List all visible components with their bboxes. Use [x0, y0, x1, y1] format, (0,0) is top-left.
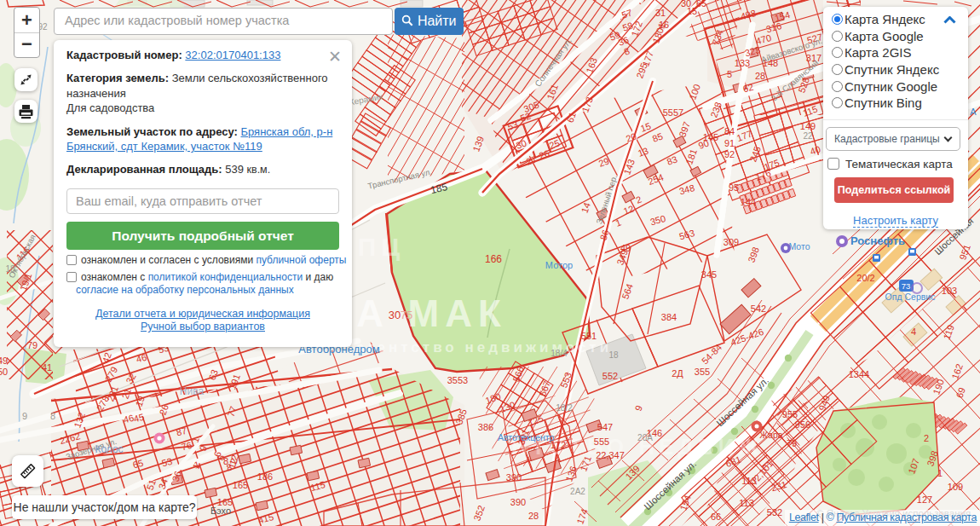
svg-text:390: 390	[506, 472, 522, 483]
svg-text:2А2: 2А2	[570, 487, 585, 496]
svg-text:92: 92	[724, 149, 735, 159]
svg-text:5557: 5557	[663, 107, 683, 118]
svg-text:А: А	[970, 107, 977, 117]
svg-text:18/4: 18/4	[551, 349, 568, 358]
svg-text:22,347: 22,347	[596, 450, 625, 460]
svg-text:542: 542	[751, 303, 766, 314]
svg-text:49: 49	[0, 355, 8, 366]
svg-text:552: 552	[602, 371, 618, 381]
svg-text:65: 65	[696, 0, 706, 9]
svg-text:16: 16	[659, 20, 669, 30]
svg-text:547: 547	[597, 422, 613, 432]
svg-text:31: 31	[655, 8, 666, 18]
svg-text:166: 166	[485, 253, 502, 265]
svg-text:4: 4	[911, 327, 916, 337]
svg-text:8: 8	[50, 411, 55, 421]
svg-text:20/2: 20/2	[856, 273, 874, 283]
svg-text:109: 109	[948, 482, 963, 492]
svg-text:386: 386	[478, 422, 493, 432]
svg-text:Бэхо: Бэхо	[210, 506, 231, 516]
svg-text:91: 91	[724, 138, 735, 148]
svg-text:20А: 20А	[637, 433, 653, 442]
svg-text:113: 113	[739, 498, 754, 508]
svg-text:133: 133	[735, 58, 750, 68]
svg-text:390: 390	[510, 497, 526, 507]
svg-text:2: 2	[924, 433, 929, 443]
svg-text:355: 355	[695, 367, 710, 377]
svg-text:Мотор: Мотор	[545, 260, 573, 270]
svg-text:127: 127	[917, 494, 932, 505]
svg-text:555: 555	[594, 436, 609, 447]
svg-text:41: 41	[42, 362, 52, 373]
svg-text:73: 73	[902, 281, 911, 291]
svg-text:Нива: Нива	[180, 385, 205, 397]
svg-text:9: 9	[22, 411, 27, 421]
svg-text:384: 384	[661, 312, 677, 322]
svg-text:1344: 1344	[849, 369, 869, 379]
svg-text:309: 309	[723, 237, 739, 247]
svg-text:50: 50	[0, 367, 8, 377]
svg-text:Колос: Колос	[95, 443, 123, 455]
svg-text:28: 28	[528, 511, 539, 521]
svg-text:3553: 3553	[447, 375, 468, 385]
svg-text:551: 551	[581, 331, 597, 341]
svg-text:956: 956	[795, 419, 810, 430]
svg-text:Автотехцентр: Автотехцентр	[498, 432, 555, 442]
svg-text:1: 1	[937, 468, 943, 478]
svg-text:79: 79	[27, 340, 37, 350]
svg-text:22: 22	[803, 131, 813, 141]
svg-text:84: 84	[724, 126, 735, 136]
svg-text:144: 144	[741, 197, 756, 207]
svg-text:Опд Сервис: Опд Сервис	[885, 292, 936, 302]
svg-text:165: 165	[233, 480, 248, 490]
svg-text:95: 95	[729, 182, 739, 193]
svg-text:345: 345	[701, 269, 717, 280]
svg-text:186: 186	[257, 471, 273, 482]
svg-text:113: 113	[741, 476, 757, 486]
svg-text:79: 79	[787, 438, 797, 448]
svg-text:145: 145	[703, 132, 718, 142]
svg-text:103: 103	[942, 286, 957, 296]
svg-text:18: 18	[608, 350, 619, 360]
svg-text:66: 66	[711, 512, 721, 522]
svg-text:Жара: Жара	[759, 430, 782, 440]
svg-text:Роснефть: Роснефть	[850, 234, 905, 247]
svg-text:2Д: 2Д	[672, 368, 683, 379]
svg-text:Мото: Мото	[788, 241, 810, 251]
svg-text:532: 532	[767, 507, 782, 517]
svg-text:30: 30	[389, 309, 401, 321]
svg-text:18/2: 18/2	[556, 403, 573, 413]
svg-text:5: 5	[727, 69, 732, 79]
svg-text:955: 955	[782, 409, 798, 419]
svg-text:28: 28	[755, 71, 765, 81]
svg-text:75: 75	[401, 309, 412, 321]
svg-text:агентство недвижимости: агентство недвижимости	[356, 339, 612, 355]
svg-text:149: 149	[800, 121, 816, 131]
